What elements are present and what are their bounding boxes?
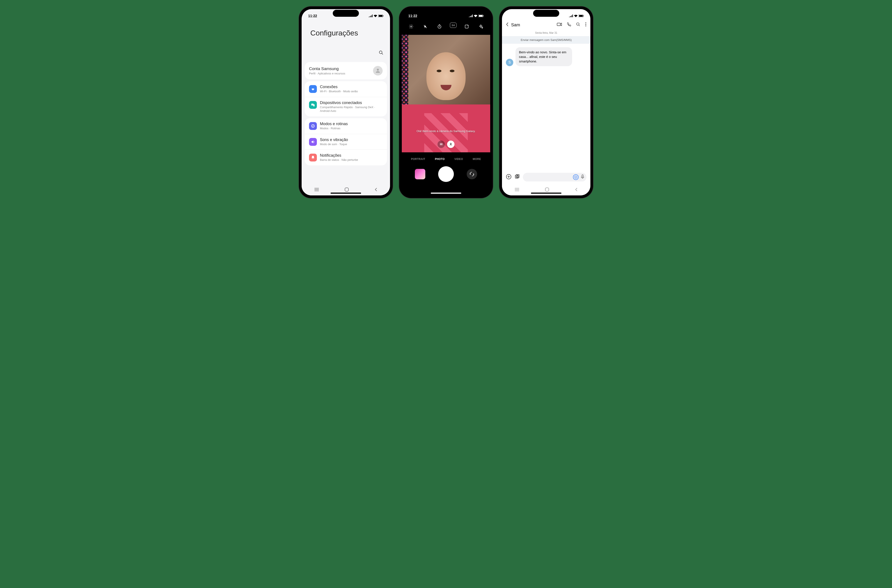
- message-bubble[interactable]: Bem-vindo ao novo. Sinta-se em casa... a…: [516, 47, 572, 66]
- svg-rect-45: [545, 188, 549, 191]
- gallery-icon[interactable]: [514, 174, 520, 180]
- settings-row-sons[interactable]: Sons e vibração Modo de som · Toque: [305, 134, 387, 150]
- svg-point-5: [377, 69, 379, 71]
- account-subtitle: Perfil · Aplicativos e recursos: [309, 72, 345, 75]
- search-icon[interactable]: [379, 50, 384, 56]
- svg-point-31: [585, 26, 586, 26]
- aspect-ratio-button[interactable]: 3:4: [450, 22, 456, 28]
- svg-point-38: [574, 176, 577, 178]
- home-indicator: [331, 193, 361, 194]
- svg-point-37: [517, 176, 518, 176]
- home-indicator: [531, 193, 561, 194]
- call-icon[interactable]: [567, 22, 571, 27]
- more-icon[interactable]: [585, 22, 587, 27]
- mode-photo[interactable]: PHOTO: [435, 158, 445, 160]
- camera-flip-button[interactable]: [467, 169, 477, 179]
- wifi-icon: [474, 14, 477, 18]
- svg-rect-7: [313, 104, 315, 106]
- camera-phone: 11:22 3:4 Olá! Bem-vindo à: [399, 6, 493, 198]
- battery-icon: [378, 14, 384, 18]
- signal-icon: [469, 14, 473, 18]
- motion-photo-icon[interactable]: [463, 22, 471, 30]
- notch: [333, 10, 359, 17]
- shutter-button[interactable]: [438, 166, 454, 182]
- svg-point-21: [441, 143, 442, 144]
- nav-bar: [302, 184, 390, 195]
- page-title: Configurações: [302, 20, 390, 50]
- account-title: Conta Samsung: [309, 66, 345, 71]
- settings-row-dispositivos[interactable]: Dispositivos conectados Compartilhamento…: [305, 97, 387, 116]
- recents-button[interactable]: [515, 188, 519, 192]
- svg-rect-41: [582, 175, 583, 177]
- search-icon[interactable]: [576, 22, 581, 27]
- signal-icon: [369, 14, 373, 18]
- notification-icon: [309, 154, 317, 162]
- zoom-wide-button[interactable]: [438, 141, 445, 148]
- svg-point-27: [577, 23, 579, 26]
- svg-point-22: [450, 143, 451, 144]
- wifi-icon: [574, 14, 578, 18]
- settings-group-2: Modos e rotinas Modos · Rotinas Sons e v…: [305, 118, 387, 166]
- nav-bar: [502, 184, 590, 195]
- message-avatar[interactable]: S: [506, 59, 513, 66]
- status-time: 11:22: [408, 14, 417, 18]
- svg-rect-15: [483, 15, 484, 16]
- chat-header: Sam: [502, 20, 590, 30]
- recents-button[interactable]: [314, 188, 319, 192]
- status-time: 11:22: [308, 14, 317, 18]
- mode-video[interactable]: VIDEO: [454, 158, 463, 160]
- svg-point-30: [585, 24, 586, 25]
- chat-date-label: Sexta-feira, Mar 31: [502, 30, 590, 36]
- settings-group-1: Conexões Wi-Fi · Bluetooth · Modo avião …: [305, 81, 387, 116]
- battery-icon: [579, 14, 584, 18]
- notch: [433, 10, 459, 17]
- camera-top-controls: 3:4: [402, 20, 490, 33]
- svg-rect-24: [579, 15, 583, 17]
- routines-icon: [309, 122, 317, 130]
- svg-rect-25: [584, 15, 584, 16]
- zoom-normal-button[interactable]: [447, 141, 454, 148]
- mic-icon[interactable]: [581, 174, 584, 180]
- account-card[interactable]: Conta Samsung Perfil · Aplicativos e rec…: [305, 62, 387, 80]
- svg-line-4: [382, 53, 383, 55]
- message-row: S Bem-vindo ao novo. Sinta-se em casa...…: [502, 44, 590, 70]
- mode-portrait[interactable]: PORTRAIT: [411, 158, 425, 160]
- mode-more[interactable]: MORE: [473, 158, 481, 160]
- avatar-icon: [373, 66, 383, 75]
- wifi-icon: [374, 14, 377, 18]
- settings-row-notif[interactable]: Notificações Barra de status · Não pertu…: [305, 150, 387, 165]
- home-button[interactable]: [345, 188, 349, 192]
- video-call-icon[interactable]: [557, 22, 562, 27]
- sound-icon: [309, 138, 317, 146]
- settings-icon[interactable]: [407, 22, 415, 30]
- svg-point-20: [440, 143, 441, 144]
- settings-row-conexoes[interactable]: Conexões Wi-Fi · Bluetooth · Modo avião: [305, 81, 387, 97]
- svg-point-16: [411, 26, 412, 27]
- svg-rect-6: [311, 104, 314, 105]
- back-icon[interactable]: [506, 22, 508, 27]
- back-button[interactable]: [375, 188, 377, 192]
- messages-phone: Sam Sexta-feira, Mar 31 Enviar mensagem …: [499, 6, 593, 198]
- notch: [533, 10, 559, 17]
- svg-point-3: [379, 51, 382, 54]
- gallery-thumbnail[interactable]: [415, 169, 425, 179]
- svg-rect-12: [345, 188, 349, 191]
- emoji-icon[interactable]: [573, 174, 579, 180]
- settings-phone: 11:22 Configurações Conta Samsung Perfil…: [299, 6, 393, 198]
- flash-icon[interactable]: [421, 22, 429, 30]
- back-button[interactable]: [575, 188, 578, 192]
- message-input[interactable]: [523, 173, 587, 182]
- add-button[interactable]: [506, 174, 511, 180]
- home-button[interactable]: [545, 188, 549, 192]
- svg-rect-14: [479, 15, 483, 17]
- settings-row-modos[interactable]: Modos e rotinas Modos · Rotinas: [305, 118, 387, 134]
- devices-icon: [309, 101, 317, 109]
- timer-icon[interactable]: [436, 22, 444, 30]
- camera-viewfinder[interactable]: Olá! Bem-vindo à câmera do Samsung Galax…: [402, 35, 490, 152]
- svg-point-40: [576, 177, 576, 177]
- chat-contact-name[interactable]: Sam: [511, 22, 554, 27]
- camera-modes: PORTRAIT PHOTO VIDEO MORE: [402, 154, 490, 164]
- filters-icon[interactable]: [477, 22, 485, 30]
- svg-rect-1: [379, 15, 382, 17]
- signal-icon: [569, 14, 573, 18]
